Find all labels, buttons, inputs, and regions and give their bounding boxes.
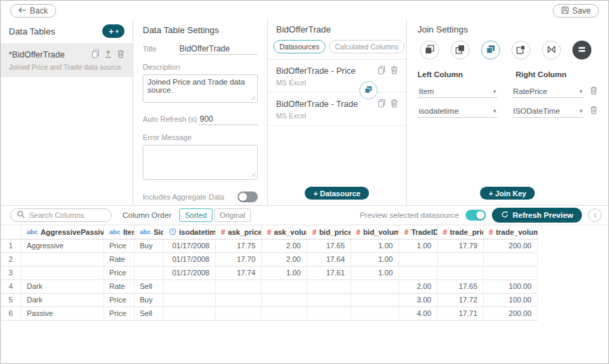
right-column-select[interactable]: RatePrice▾ xyxy=(512,86,584,98)
inner-join-button[interactable] xyxy=(481,41,500,60)
column-header-ask_volume[interactable]: #ask_volume xyxy=(261,225,307,239)
numeric-type-icon: # xyxy=(357,228,361,236)
right-join-icon xyxy=(454,43,466,58)
left-column-select[interactable]: Item▾ xyxy=(418,86,497,98)
delete-join-key-button[interactable] xyxy=(590,86,597,97)
save-button[interactable]: Save xyxy=(553,4,599,18)
column-header-trade_volume[interactable]: #trade_volume xyxy=(483,225,537,239)
column-header-item[interactable]: abcItem xyxy=(104,225,134,239)
join-key-rows: Item▾RatePrice▾isodatetime▾ISODateTime▾ xyxy=(418,86,597,118)
delete-data-table-button[interactable] xyxy=(117,49,125,60)
resize-grip-icon[interactable] xyxy=(251,168,256,180)
search-columns-input[interactable] xyxy=(29,211,105,219)
back-button[interactable]: Back xyxy=(10,4,56,18)
union-join-button[interactable] xyxy=(572,41,591,60)
table-cell: 17.79 xyxy=(437,239,483,252)
main-panels: Data Tables + ▾ *BidOfferTrade Joined Pr… xyxy=(1,20,608,205)
trash-icon xyxy=(390,99,398,110)
table-row[interactable]: 5DarkPriceBuy3.0017.72100.00 xyxy=(1,293,608,306)
outer-join-button[interactable] xyxy=(512,41,531,60)
left-join-button[interactable] xyxy=(420,41,439,60)
table-cell: 2.00 xyxy=(261,252,307,266)
table-cell: Sell xyxy=(134,279,163,293)
add-data-table-button[interactable]: + ▾ xyxy=(102,24,125,38)
collapse-panel-button[interactable] xyxy=(588,208,602,222)
table-cell xyxy=(307,279,351,293)
table-cell: 17.65 xyxy=(437,279,483,293)
table-cell: 01/17/2008 xyxy=(163,266,215,279)
numeric-type-icon: # xyxy=(221,228,225,236)
column-header-isodatetime[interactable]: isodatetime xyxy=(163,225,215,239)
table-row[interactable]: 1AggressivePriceBuy01/17/200817.752.0017… xyxy=(1,239,608,252)
copy-datasource-button[interactable] xyxy=(378,99,386,110)
datasource-tabs: DatasourcesCalculated ColumnsDebug xyxy=(268,39,406,60)
aggregate-toggle[interactable] xyxy=(238,191,258,202)
column-header-ask_price[interactable]: #ask_price xyxy=(215,225,261,239)
tab-calculated-columns[interactable]: Calculated Columns xyxy=(329,40,405,53)
row-filler xyxy=(537,293,608,306)
datasource-type: MS Excel xyxy=(276,112,398,120)
column-header-trade_price[interactable]: #trade_price xyxy=(437,225,483,239)
column-name: bid_price xyxy=(319,228,351,236)
error-message-label: Error Message xyxy=(143,133,258,141)
tab-datasources[interactable]: Datasources xyxy=(273,40,325,53)
delete-join-key-button[interactable] xyxy=(590,106,597,116)
table-row[interactable]: 3Price01/17/200817.741.0017.611.00 xyxy=(1,266,608,279)
data-tables-panel: Data Tables + ▾ *BidOfferTrade Joined Pr… xyxy=(1,20,133,205)
trash-icon xyxy=(117,49,125,60)
resize-grip-icon[interactable] xyxy=(251,91,256,103)
join-badge-button[interactable] xyxy=(359,81,378,99)
column-order-original-button[interactable]: Original xyxy=(215,208,251,222)
datasource-item[interactable]: BidOfferTrade - PriceMS Excel xyxy=(268,60,406,93)
description-field[interactable]: Joined Price and Trade data source. xyxy=(143,74,258,103)
delete-datasource-button[interactable] xyxy=(390,66,398,76)
right-column-select[interactable]: ISODateTime▾ xyxy=(512,106,584,118)
column-header-aggressivepassivedark[interactable]: abcAggressivePassiveDark xyxy=(21,225,104,239)
table-cell xyxy=(134,252,163,266)
row-number: 3 xyxy=(1,266,21,279)
column-header-bid_price[interactable]: #bid_price xyxy=(307,225,351,239)
join-settings-panel: Join Settings Left Column Right Column I… xyxy=(407,20,608,205)
copy-datasource-button[interactable] xyxy=(378,66,386,76)
left-column-select[interactable]: isodatetime▾ xyxy=(418,106,497,118)
add-join-key-button[interactable]: + Join Key xyxy=(480,187,535,200)
copy-data-table-button[interactable] xyxy=(91,49,99,60)
delete-datasource-button[interactable] xyxy=(390,99,398,110)
column-header-tradeid[interactable]: #TradeID xyxy=(399,225,437,239)
table-row[interactable]: 4DarkRateSell2.0017.65100.00 xyxy=(1,279,608,293)
table-row[interactable]: 2Rate01/17/200817.702.0017.641.00 xyxy=(1,252,608,266)
table-cell: Buy xyxy=(134,239,163,252)
cross-join-button[interactable] xyxy=(542,41,561,60)
table-cell: 17.61 xyxy=(307,266,351,279)
table-cell: 200.00 xyxy=(483,239,537,252)
join-key-row: Item▾RatePrice▾ xyxy=(418,86,597,98)
left-column-label: Left Column xyxy=(418,70,516,78)
data-table-item-bidoffertrade[interactable]: *BidOfferTrade Joined Price and Trade da… xyxy=(1,44,133,77)
table-cell: 100.00 xyxy=(483,293,537,306)
table-row[interactable]: 6PassivePriceSell4.0017.71200.00 xyxy=(1,306,608,320)
preview-table-area: abcAggressivePassiveDarkabcItemabcSideis… xyxy=(1,225,608,321)
auto-refresh-field[interactable] xyxy=(198,114,258,125)
publish-data-table-button[interactable] xyxy=(104,50,112,60)
search-columns-box[interactable] xyxy=(10,208,112,222)
table-cell xyxy=(437,252,483,266)
add-datasource-button[interactable]: + Datasource xyxy=(304,187,369,200)
right-join-button[interactable] xyxy=(451,41,470,60)
table-cell xyxy=(261,279,307,293)
chevron-left-icon xyxy=(592,210,598,221)
error-message-field[interactable] xyxy=(143,145,258,180)
data-table-editor-page: Back Save Data Tables + ▾ *BidOfferTrade xyxy=(0,0,609,364)
datasource-type: MS Excel xyxy=(276,78,398,87)
refresh-preview-button[interactable]: Refresh Preview xyxy=(492,208,583,223)
datasource-item[interactable]: BidOfferTrade - TradeMS Excel xyxy=(268,93,406,126)
column-order-label: Column Order xyxy=(122,211,171,219)
save-icon xyxy=(561,6,569,16)
title-field[interactable] xyxy=(178,43,258,55)
table-cell xyxy=(215,293,261,306)
caret-down-icon: ▾ xyxy=(493,88,497,95)
column-header-side[interactable]: abcSide xyxy=(134,225,163,239)
table-cell: Price xyxy=(104,293,134,306)
column-order-sorted-button[interactable]: Sorted xyxy=(179,208,212,222)
preview-datasource-toggle[interactable] xyxy=(466,210,486,221)
column-header-bid_volume[interactable]: #bid_volume xyxy=(351,225,399,239)
